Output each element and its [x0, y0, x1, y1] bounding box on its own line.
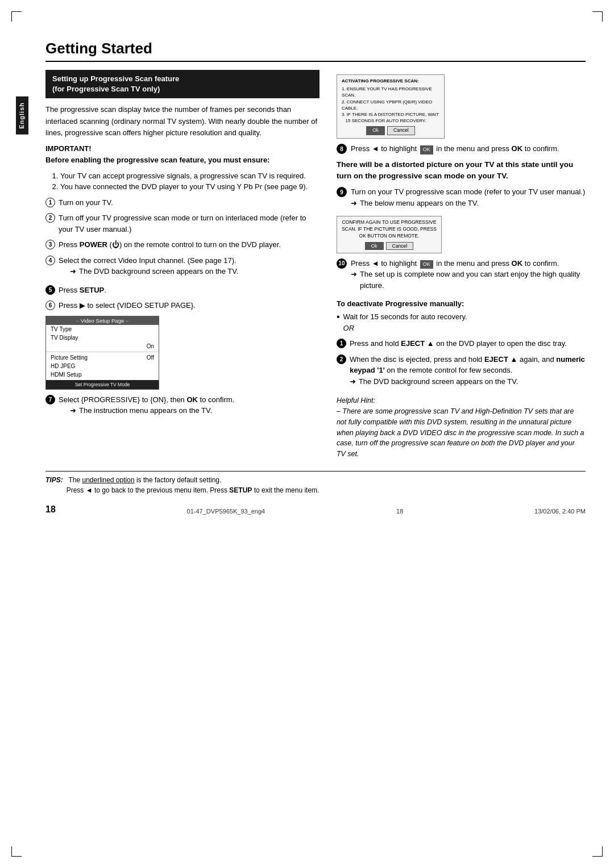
vsp-label-hdmi: HDMI Setup [51, 372, 81, 378]
vsp-divider [46, 352, 159, 352]
step-num-deact2: 1 [337, 339, 346, 348]
screen1-ok-btn: Ok [366, 126, 385, 135]
warning-bold-text: There will be a distorted picture on you… [337, 160, 573, 180]
vsp-label-tvdisplay: TV Display [51, 335, 78, 341]
intro-text: The progressive scan display twice the n… [45, 104, 320, 138]
video-setup-screen: ·· Video Setup Page ·· TV Type TV Displa… [45, 316, 159, 390]
vsp-label-hdjpeg: HD JPEG [51, 363, 75, 369]
vsp-label-tvtype: TV Type [51, 326, 72, 332]
prereq-list: Your TV can accept progressive signals, … [52, 170, 320, 193]
corner-mark-br [592, 846, 603, 857]
vsp-row-hdmi: HDMI Setup [46, 370, 159, 379]
step-9-arrow-text: The below menu appears on the TV. [360, 198, 479, 209]
step-2-text: Turn off your TV progressive scan mode o… [59, 212, 320, 235]
bullet-deact1: • [337, 310, 340, 324]
tips-footer: TIPS: The underlined option is the facto… [45, 471, 586, 495]
step-num-3: 3 [45, 240, 55, 249]
step-2: 2 Turn off your TV progressive scan mode… [45, 212, 320, 235]
two-column-layout: Setting up Progressive Scan feature (for… [45, 70, 586, 460]
step-10-ok: OK [512, 259, 523, 268]
step-3-bold: POWER [80, 240, 107, 249]
step-6-text: Press ▶ to select {VIDEO SETUP PAGE}. [59, 300, 320, 311]
arrow-symbol-10: ➜ [351, 269, 357, 280]
deact-step-2: 1 Press and hold EJECT ▲ on the DVD play… [337, 338, 586, 349]
step-9-text: Turn on your TV progressive scan mode (r… [351, 186, 586, 211]
deact3-numpad: numeric keypad '1' [350, 355, 585, 375]
step-8-text: Press ◄ to highlight OK in the menu and … [351, 143, 586, 155]
deact3-eject: EJECT ▲ [484, 355, 517, 364]
step-num-5: 5 [45, 285, 55, 295]
corner-mark-bl [11, 846, 22, 857]
step-4-arrow: ➜ The DVD background screen appears on t… [70, 266, 320, 277]
step-num-10: 10 [337, 258, 347, 269]
vsp-val-on: On [147, 343, 154, 349]
important-label: IMPORTANT! [45, 144, 320, 153]
sidebar-tab: English [16, 97, 28, 135]
vsp-footer: Set Progressive TV Mode [46, 380, 159, 389]
vsp-row-on: On [46, 342, 159, 350]
step-1-text: Turn on your TV. [59, 197, 320, 208]
step-5-text: Press SETUP. [59, 285, 320, 296]
vsp-row-tvdisplay: TV Display [46, 333, 159, 342]
deact-or: OR [343, 324, 355, 332]
section-heading: Setting up Progressive Scan feature (for… [45, 70, 320, 98]
ok-box-10: OK [420, 260, 433, 269]
screen2-mockup: CONFIRM AGAIN TO USE PROGRESSIVE SCAN. I… [337, 216, 442, 253]
tips-text2: Press ◄ to go back to the previous menu … [67, 486, 320, 494]
step-10-arrow1: ➜ The set up is complete now and you can… [351, 269, 586, 291]
step-4-arrow-text: The DVD background screen appears on the… [79, 266, 238, 277]
heading-line2: (for Progressive Scan TV only) [52, 85, 160, 93]
screen2-ok-btn: Ok [365, 242, 384, 250]
page-container: English Getting Started Setting up Progr… [0, 0, 614, 868]
step-num-6: 6 [45, 301, 55, 310]
heading-line1: Setting up Progressive Scan feature [52, 74, 179, 83]
tips-label: TIPS: [45, 476, 63, 484]
arrow-symbol-7: ➜ [70, 405, 76, 416]
vsp-titlebar: ·· Video Setup Page ·· [46, 316, 159, 325]
screen1-text: 1. ENSURE YOUR TV HAS PROGRESSIVE SCAN. … [342, 86, 439, 124]
deact2-eject: EJECT ▲ [401, 339, 434, 348]
page-number: 18 [45, 504, 56, 515]
prereq-2: You have connected the DVD player to you… [60, 181, 320, 193]
footer-date: 13/02/06, 2:40 PM [534, 508, 586, 515]
step-8-ok: OK [512, 144, 523, 153]
deact-step-3: 2 When the disc is ejected, press and ho… [337, 354, 586, 390]
vsp-row-picsetting: Picture Setting Off [46, 353, 159, 362]
arrow-symbol-4: ➜ [70, 266, 76, 277]
screen1-cancel-btn: Cancel [387, 126, 414, 135]
footer-filename: 01-47_DVP5965K_93_eng4 [187, 508, 265, 515]
tips-setup: SETUP [229, 486, 252, 494]
step-3-text: Press POWER (⏻) on the remote control to… [59, 239, 320, 251]
step-10-arrow-text: The set up is complete now and you can s… [360, 269, 586, 291]
step-1: 1 Turn on your TV. [45, 197, 320, 208]
screen2-cancel-btn: Cancel [386, 242, 413, 250]
vsp-row-tvtype: TV Type [46, 325, 159, 333]
step-7-text: Select {PROGRESSIVE} to {ON}, then OK to… [59, 394, 320, 419]
step-num-deact3: 2 [337, 354, 346, 364]
step-num-9: 9 [337, 187, 347, 197]
underlined-option: underlined option [82, 476, 134, 484]
deact-3-text: When the disc is ejected, press and hold… [350, 354, 586, 390]
deact3-arrow: ➜ The DVD background screen appears on t… [350, 376, 586, 387]
helpful-hint: Helpful Hint: – There are some progressi… [337, 395, 586, 460]
important-bold: Before enabling the progressive scan fea… [45, 155, 320, 166]
step-num-8: 8 [337, 144, 347, 154]
corner-mark-tr [592, 11, 603, 22]
power-symbol: ⏻ [112, 240, 119, 249]
step-num-4: 4 [45, 256, 55, 265]
tips-text1: The underlined option is the factory def… [68, 476, 221, 484]
page-title: Getting Started [45, 40, 586, 62]
step-9: 9 Turn on your TV progressive scan mode … [337, 186, 586, 211]
setup-label: SETUP [80, 286, 104, 294]
screen2-buttons: Ok Cancel [341, 242, 438, 250]
step-7-ok: OK [186, 395, 198, 404]
screen1-title: ACTIVATING PROGRESSIVE SCAN: [342, 78, 439, 84]
step-4-text: Select the correct Video Input channel. … [59, 255, 320, 280]
page-footer: 18 01-47_DVP5965K_93_eng4 18 13/02/06, 2… [45, 504, 586, 515]
step-3: 3 Press POWER (⏻) on the remote control … [45, 239, 320, 251]
main-content: Getting Started Setting up Progressive S… [45, 23, 586, 515]
step-6: 6 Press ▶ to select {VIDEO SETUP PAGE}. [45, 300, 320, 311]
screen2-text: CONFIRM AGAIN TO USE PROGRESSIVE SCAN. I… [341, 219, 438, 240]
corner-mark-tl [11, 11, 22, 22]
warning-text: There will be a distorted picture on you… [337, 159, 586, 182]
